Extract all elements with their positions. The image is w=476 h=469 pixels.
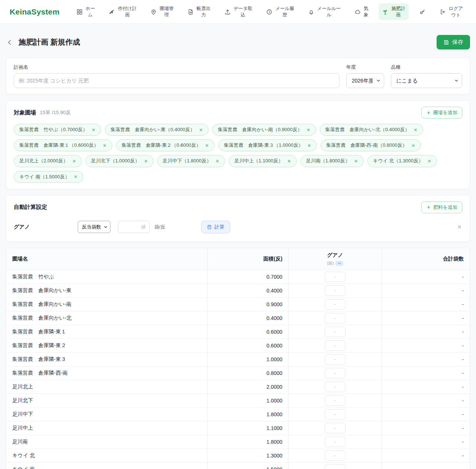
guano-bags-input[interactable] bbox=[325, 313, 345, 323]
field-name-cell: 集落営農 倉庫向かい-南 bbox=[6, 297, 208, 311]
guano-bags-input[interactable] bbox=[325, 285, 345, 296]
guano-bags-input[interactable] bbox=[325, 272, 345, 282]
tag-remove-icon[interactable] bbox=[427, 159, 431, 163]
tag-remove-icon[interactable] bbox=[74, 175, 78, 179]
nav-item-mail-rules[interactable]: メールルー ル bbox=[305, 3, 344, 20]
header-total-bags: 合計袋数 bbox=[382, 248, 470, 270]
tag-remove-icon[interactable] bbox=[307, 143, 311, 148]
nav-item-data-import[interactable]: データ取 込 bbox=[221, 3, 256, 20]
guano-bags-input[interactable] bbox=[325, 382, 345, 392]
field-tag-label: 集落営農 倉庫向かい-南（0.9000反） bbox=[218, 126, 302, 133]
guano-bags-input[interactable] bbox=[325, 409, 345, 420]
field-tag: 足川中下（1.8000反） bbox=[157, 155, 225, 167]
guano-cell bbox=[289, 366, 382, 380]
add-field-button-label: 圃場を追加 bbox=[433, 109, 457, 116]
guano-bags-input[interactable] bbox=[325, 354, 345, 365]
table-row: キウイ 北 1.3000 - bbox=[6, 449, 470, 462]
tag-remove-icon[interactable] bbox=[215, 159, 219, 163]
nav-label: メール履 歴 bbox=[275, 6, 294, 18]
cloud-icon bbox=[354, 9, 361, 15]
plan-name-input[interactable] bbox=[14, 73, 340, 88]
bell-icon bbox=[308, 9, 315, 15]
guano-bags-input[interactable] bbox=[325, 450, 345, 461]
header-area: 面積(反) bbox=[208, 248, 289, 270]
calc-method-select[interactable]: 反当袋数 bbox=[78, 221, 110, 233]
row-total-cell: - bbox=[382, 435, 470, 449]
tag-remove-icon[interactable] bbox=[354, 159, 358, 163]
nav-item-cropping-plan[interactable]: 作付け計 画 bbox=[105, 3, 140, 20]
field-name-cell: 足川中上 bbox=[6, 421, 208, 435]
tag-remove-icon[interactable] bbox=[306, 128, 311, 132]
table-row: 集落営農 倉庫隣-東１ 0.6000 - bbox=[6, 325, 470, 339]
guano-bags-input[interactable] bbox=[325, 437, 345, 447]
calc-value-input[interactable] bbox=[118, 221, 150, 233]
field-tag-label: 集落営農 倉庫隣-東２（0.6000反） bbox=[122, 142, 201, 149]
nav-item-fertilization-plan[interactable]: 施肥計 画 bbox=[379, 3, 409, 20]
tag-remove-icon[interactable] bbox=[287, 159, 291, 163]
nav-item-field-management[interactable]: 圃場管 理 bbox=[147, 3, 177, 20]
calculator-icon bbox=[207, 224, 212, 230]
target-fields-title: 対象圃場 bbox=[14, 109, 36, 116]
field-tag: 集落営農 倉庫隣-東１（0.6000反） bbox=[14, 139, 112, 151]
wheat-icon bbox=[109, 9, 115, 15]
nav-item-weather[interactable]: 気 象 bbox=[351, 3, 372, 20]
table-row: 集落営農 倉庫向かい-南 0.9000 - bbox=[6, 297, 470, 311]
tag-remove-icon[interactable] bbox=[144, 159, 148, 163]
guano-cell bbox=[289, 284, 382, 297]
variety-select[interactable]: にこまる bbox=[391, 73, 462, 88]
field-name-cell: 集落営農 倉庫向かい-北 bbox=[6, 311, 208, 325]
page-title: 施肥計画 新規作成 bbox=[19, 37, 437, 47]
key-icon bbox=[419, 9, 426, 15]
guano-bags-input[interactable] bbox=[325, 464, 345, 469]
nav-item-logout[interactable]: ログア ウト bbox=[436, 3, 466, 20]
add-field-button[interactable]: 圃場を追加 bbox=[421, 107, 462, 119]
tag-remove-icon[interactable] bbox=[205, 143, 209, 148]
field-name-cell: 足川中下 bbox=[6, 407, 208, 421]
calc-unit-label: 袋/反 bbox=[154, 224, 165, 230]
nav-item-report-output[interactable]: 帳票出 力 bbox=[184, 3, 214, 20]
guano-bags-input[interactable] bbox=[325, 395, 345, 406]
nav-item-mail-history[interactable]: メール履 歴 bbox=[263, 3, 298, 20]
add-fertilizer-button[interactable]: 肥料を追加 bbox=[421, 201, 462, 213]
tag-remove-icon[interactable] bbox=[103, 143, 107, 148]
tag-remove-icon[interactable] bbox=[72, 159, 76, 163]
pin-icon bbox=[150, 9, 157, 15]
field-tag: 集落営農 倉庫隣-東３（1.0000反） bbox=[218, 139, 317, 151]
fields-table: 圃場名 面積(反) グアノ (袋) ≃ 合計袋数 集落営農 竹やぶ 0.7000 bbox=[6, 248, 470, 469]
year-select[interactable]: 2026年度 bbox=[346, 73, 384, 88]
auto-calc-title: 自動計算設定 bbox=[14, 204, 47, 211]
field-tag-label: キウイ 北（1.3000反） bbox=[373, 158, 423, 164]
nav-item-api-key[interactable] bbox=[416, 6, 429, 17]
guano-cell bbox=[289, 407, 382, 421]
tag-remove-icon[interactable] bbox=[91, 128, 96, 132]
guano-bags-input[interactable] bbox=[325, 340, 345, 351]
header-field-name: 圃場名 bbox=[6, 248, 208, 270]
tag-remove-icon[interactable] bbox=[411, 143, 415, 148]
guano-bags-input[interactable] bbox=[325, 327, 345, 337]
save-button[interactable]: 保存 bbox=[437, 35, 470, 49]
guano-cell bbox=[289, 394, 382, 407]
fertilizer-row: グアノ 反当袋数 袋/反 計算 bbox=[14, 221, 462, 236]
field-name-cell: 集落営農 倉庫隣-東２ bbox=[6, 339, 208, 352]
nav-item-home[interactable]: ホー ム bbox=[73, 3, 98, 20]
guano-bags-input[interactable] bbox=[325, 423, 345, 433]
plus-icon bbox=[426, 205, 431, 210]
table-row: 足川南 1.8000 - bbox=[6, 435, 470, 449]
field-tag: 集落営農 竹やぶ（0.7000反） bbox=[14, 124, 101, 136]
remove-fertilizer-icon[interactable] bbox=[457, 224, 462, 230]
tag-remove-icon[interactable] bbox=[414, 128, 418, 132]
back-button[interactable] bbox=[6, 39, 13, 46]
calculate-button[interactable]: 計算 bbox=[201, 221, 230, 233]
field-tag: 集落営農 倉庫隣-西-南（0.8000反） bbox=[321, 139, 421, 151]
document-icon bbox=[187, 9, 194, 15]
guano-bags-input[interactable] bbox=[325, 299, 345, 310]
brand-logo[interactable]: KeinaSystem bbox=[10, 7, 60, 16]
tag-remove-icon[interactable] bbox=[199, 128, 203, 132]
plan-name-label: 計画名 bbox=[14, 64, 340, 71]
calculate-button-label: 計算 bbox=[215, 224, 225, 230]
table-row: 集落営農 倉庫向かい-北 0.4000 - bbox=[6, 311, 470, 325]
field-tag-label: 足川中下（1.8000反） bbox=[163, 158, 212, 164]
fields-table-body: 集落営農 竹やぶ 0.7000 - 集落営農 倉庫向かい-東 0.4000 - … bbox=[6, 270, 470, 469]
field-name-cell: 足川北上 bbox=[6, 380, 208, 394]
guano-bags-input[interactable] bbox=[325, 368, 345, 378]
